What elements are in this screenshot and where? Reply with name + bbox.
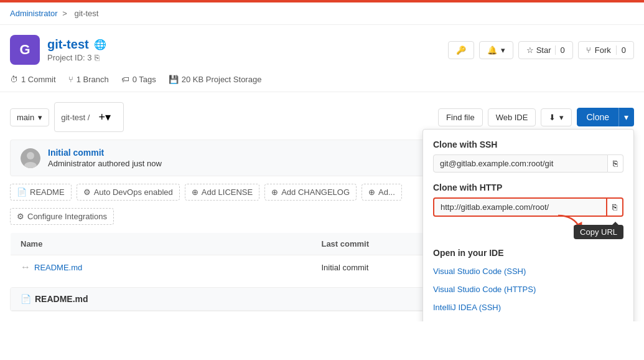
branches-stat: ⑂ 1 Branch [68,75,109,84]
visibility-icon: 🌐 [94,39,106,50]
project-name-row: git-test 🌐 [47,37,106,52]
storage-stat: 💾 20 KB Project Storage [169,75,262,84]
project-name[interactable]: git-test [47,37,89,52]
more-button[interactable]: ⊕ Ad... [362,184,402,201]
add-file-button[interactable]: + ▾ [92,107,117,128]
commits-stat: ⏱ 1 Commit [10,75,56,84]
copy-http-button[interactable]: ⎘ [607,197,623,217]
notification-arrow: ▾ [501,45,505,55]
ssh-url-input[interactable] [433,154,608,173]
changelog-button[interactable]: ⊕ Add CHANGELOG [264,184,357,201]
tags-stat: 🏷 0 Tags [121,75,156,84]
project-title: git-test 🌐 Project ID: 3 ⎘ [47,37,106,62]
star-count: 0 [555,45,565,55]
file-icon: ↔ [21,262,30,273]
clone-button[interactable]: Clone [577,108,618,126]
ide-section: Open in your IDE Visual Studio Code (SSH… [433,248,623,321]
commits-icon: ⏱ [10,75,18,84]
clone-panel: Clone with SSH ⎘ Clone with HTTP ⎘ Copy … [422,129,634,321]
ide-option-2[interactable]: IntelliJ IDEA (SSH) [433,299,623,316]
configure-label: Configure Integrations [27,212,107,221]
tags-icon: 🏷 [121,75,129,84]
ide-option-3[interactable]: IntelliJ IDEA (HTTPS) [433,317,623,321]
project-stats: ⏱ 1 Commit ⑂ 1 Branch 🏷 0 Tags 💾 20 KB P… [0,70,644,92]
project-actions: 🔑 🔔 ▾ ☆ Star 0 ⑂ Fork 0 [448,41,634,59]
commits-count[interactable]: 1 Commit [21,75,56,84]
file-name[interactable]: ↔ README.md [21,262,301,273]
clone-dropdown: Clone ▾ Clone with SSH ⎘ Clone with HTTP… [577,108,634,126]
fork-count: 0 [616,45,626,55]
file-label: README.md [34,263,82,272]
readme-title: README.md [35,294,88,304]
svg-point-1 [27,152,34,159]
breadcrumb-separator: > [62,9,67,18]
readme-file-icon: 📄 [21,294,31,304]
branch-select[interactable]: main ▾ [10,108,49,126]
fork-label: Fork [595,45,611,55]
storage-size: 20 KB Project Storage [182,75,262,84]
download-arrow: ▾ [559,113,564,122]
security-icon: 🔑 [456,45,466,55]
ide-option-1[interactable]: Visual Studio Code (HTTPS) [433,281,623,298]
readme-label: README [30,187,65,197]
copy-ssh-button[interactable]: ⎘ [608,154,623,173]
tags-count[interactable]: 0 Tags [133,75,156,84]
project-avatar: G [10,35,40,65]
configure-button[interactable]: ⚙ Configure Integrations [10,208,114,225]
toolbar-left: main ▾ git-test / + ▾ [10,102,124,132]
add-chevron: ▾ [105,110,111,124]
license-label: Add LICENSE [202,187,253,197]
notification-button[interactable]: 🔔 ▾ [479,41,513,59]
commit-avatar [21,148,40,168]
breadcrumb-parent[interactable]: Administrator [10,9,58,18]
download-icon: ⬇ [549,113,556,122]
commit-time: authored just now [98,159,162,168]
star-icon: ☆ [526,45,534,55]
star-label: Star [536,45,551,55]
add-icon: + [98,111,105,124]
copy-id-icon[interactable]: ⎘ [95,53,100,62]
branches-icon: ⑂ [68,75,73,84]
web-ide-button[interactable]: Web IDE [488,108,536,126]
find-file-button[interactable]: Find file [438,108,483,126]
http-title: Clone with HTTP [433,182,623,192]
devops-icon: ⚙ [83,187,91,197]
path-text: git-test / [61,113,90,122]
project-info: G git-test 🌐 Project ID: 3 ⎘ [10,35,106,65]
star-button[interactable]: ☆ Star 0 [518,41,573,59]
http-url-row: ⎘ Copy URL [433,197,623,217]
ssh-url-row: ⎘ [433,154,623,173]
breadcrumb-current: git-test [74,9,98,18]
readme-icon: 📄 [17,187,27,197]
branches-count[interactable]: 1 Branch [77,75,109,84]
devops-label: Auto DevOps enabled [94,187,173,197]
configure-icon: ⚙ [17,212,24,221]
tooltip-arrow [612,222,618,225]
path-nav: git-test / + ▾ [54,102,124,132]
license-icon: ⊕ [192,187,198,197]
toolbar: main ▾ git-test / + ▾ Find file Web IDE … [10,102,634,132]
toolbar-right: Find file Web IDE ⬇ ▾ Clone ▾ Clone with… [438,108,634,126]
branch-chevron: ▾ [38,113,42,122]
ide-options: Visual Studio Code (SSH) Visual Studio C… [433,263,623,321]
readme-button[interactable]: 📄 README [10,184,72,201]
license-button[interactable]: ⊕ Add LICENSE [185,184,259,201]
changelog-icon: ⊕ [271,187,278,197]
commit-author: Administrator [48,159,96,168]
devops-button[interactable]: ⚙ Auto DevOps enabled [77,184,180,201]
notification-icon: 🔔 [487,45,497,55]
fork-button[interactable]: ⑂ Fork 0 [578,41,634,59]
ide-option-0[interactable]: Visual Studio Code (SSH) [433,263,623,280]
main-content: main ▾ git-test / + ▾ Find file Web IDE … [0,92,644,321]
security-button[interactable]: 🔑 [448,41,474,59]
ide-title: Open in your IDE [433,248,623,258]
more-icon: ⊕ [368,187,375,197]
copy-url-tooltip: Copy URL [574,225,623,239]
ssh-title: Clone with SSH [433,140,623,149]
project-id: Project ID: 3 ⎘ [47,53,106,62]
changelog-label: Add CHANGELOG [281,187,350,197]
project-header: G git-test 🌐 Project ID: 3 ⎘ 🔑 🔔 ▾ ☆ Sta… [0,25,644,70]
clone-arrow-button[interactable]: ▾ [618,108,634,126]
fork-icon: ⑂ [586,45,591,55]
download-button[interactable]: ⬇ ▾ [541,108,572,126]
